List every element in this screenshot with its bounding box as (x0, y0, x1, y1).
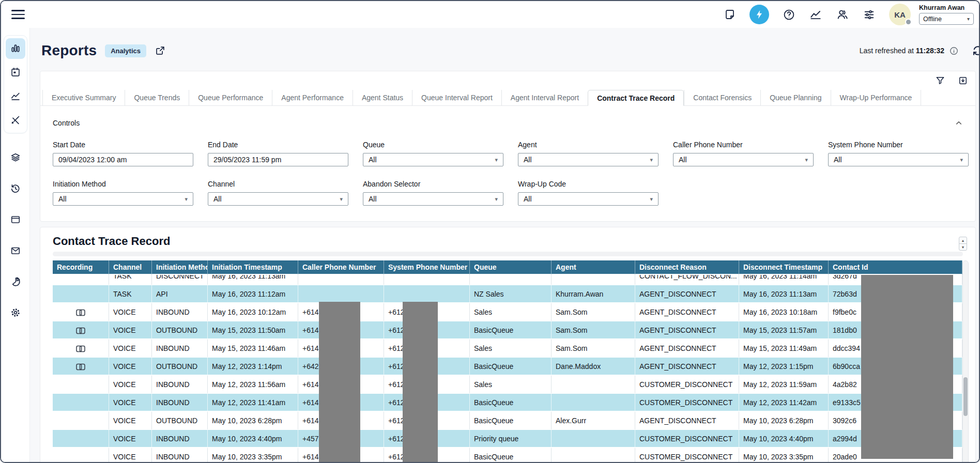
sidebar-item-pie-chart[interactable] (6, 272, 25, 291)
column-header-caller-phone-number[interactable]: Caller Phone Number (298, 260, 384, 275)
cell-queue: Sales (470, 339, 552, 358)
agent-value: All (524, 156, 532, 164)
users-icon[interactable] (836, 8, 849, 21)
wrap-up-code-select[interactable]: All▾ (518, 192, 659, 206)
cell-caller-phone-number (298, 275, 384, 285)
metrics-icon[interactable] (809, 8, 822, 21)
table-row[interactable]: VOICEOUTBOUNDMay 12, 2023 1:14pm+642+612… (53, 358, 962, 376)
column-header-system-phone-number[interactable]: System Phone Number (384, 260, 470, 275)
end-date-label: End Date (208, 141, 348, 149)
column-header-initiation-timestamp[interactable]: Initiation Timestamp (208, 260, 298, 275)
sidebar-item-customize[interactable] (6, 109, 25, 131)
tab-queue-interval-report[interactable]: Queue Interval Report (412, 90, 501, 105)
tab-queue-trends[interactable]: Queue Trends (125, 90, 189, 105)
cell-recording (53, 285, 109, 303)
column-header-disconnect-timestamp[interactable]: Disconnect Timestamp (739, 260, 829, 275)
column-header-contact-id[interactable]: Contact Id (829, 260, 962, 275)
recording-link-icon[interactable] (76, 363, 85, 371)
recording-link-icon[interactable] (76, 327, 85, 334)
controls-section: Controls Start DateEnd DateQueueAll▾Agen… (40, 113, 975, 221)
tab-queue-planning[interactable]: Queue Planning (760, 90, 830, 105)
help-icon[interactable] (783, 8, 795, 21)
controls-title: Controls (53, 119, 80, 127)
chevron-up-icon[interactable] (955, 119, 963, 127)
cell-disconnect-reason: AGENT_DISCONNECT (635, 321, 739, 339)
start-date-input[interactable] (53, 153, 193, 166)
refresh-icon[interactable] (972, 44, 980, 57)
recording-link-icon[interactable] (76, 345, 85, 352)
presence-dot (905, 19, 912, 25)
channel-select[interactable]: All▾ (208, 192, 348, 206)
table-row[interactable]: VOICEINBOUNDMay 15, 2023 11:46am+614+612… (53, 339, 962, 358)
table-row[interactable]: VOICEINBOUNDMay 16, 2023 10:12am+614+612… (53, 303, 962, 321)
column-header-queue[interactable]: Queue (470, 260, 552, 275)
table-row[interactable]: VOICEOUTBOUNDMay 10, 2023 6:28pm+614+612… (53, 412, 962, 430)
stepper-down-icon[interactable]: ▼ (959, 244, 967, 250)
tab-agent-performance[interactable]: Agent Performance (272, 90, 353, 105)
table-scroll-stepper[interactable]: ▲ ▼ (959, 237, 967, 251)
cell-channel: VOICE (109, 430, 152, 448)
sidebar-item-metrics[interactable] (6, 85, 25, 107)
cell-disconnect-reason: AGENT_DISCONNECT (635, 412, 739, 430)
scrollbar-thumb[interactable] (963, 377, 968, 416)
cell-recording (53, 339, 109, 358)
table-row[interactable]: VOICEINBOUNDMay 12, 2023 11:41am+614+612… (53, 394, 962, 412)
cell-channel: TASK (109, 275, 152, 285)
column-header-channel[interactable]: Channel (109, 260, 152, 275)
tab-wrap-up-performance[interactable]: Wrap-Up Performance (831, 90, 922, 105)
report-panel: Executive SummaryQueue TrendsQueue Perfo… (40, 71, 976, 222)
filter-icon[interactable] (935, 75, 945, 86)
sidebar-item-settings[interactable] (6, 303, 25, 322)
column-header-agent[interactable]: Agent (552, 260, 635, 275)
sidebar-item-mail[interactable] (6, 241, 25, 260)
queue-select[interactable]: All▾ (363, 153, 503, 166)
sidebar-item-window[interactable] (6, 210, 25, 229)
tab-contact-forensics[interactable]: Contact Forensics (684, 90, 760, 105)
table-row[interactable]: TASKAPIMay 16, 2023 11:12amNZ SalesKhurr… (53, 285, 962, 303)
column-header-initiation-method[interactable]: Initiation Method (152, 260, 208, 275)
table-horizontal-scrollbar[interactable] (53, 252, 963, 256)
status-select[interactable]: Offline ▾ (919, 13, 974, 25)
sidebar-item-layers[interactable] (6, 148, 25, 167)
tab-executive-summary[interactable]: Executive Summary (42, 90, 125, 105)
sidebar-item-history[interactable] (6, 179, 25, 198)
sidebar-item-reports[interactable] (6, 38, 25, 59)
last-refreshed-text: Last refreshed at 11:28:32 (860, 47, 944, 55)
abandon-selector-select[interactable]: All▾ (363, 192, 503, 206)
info-icon[interactable] (949, 46, 959, 56)
notes-icon[interactable] (724, 8, 736, 21)
end-date-input[interactable] (208, 153, 348, 166)
sidebar-item-calendar[interactable] (6, 61, 25, 84)
table-row[interactable]: VOICEOUTBOUNDMay 15, 2023 11:50am+614+61… (53, 321, 962, 339)
controls-fields: Start DateEnd DateQueueAll▾AgentAll▾Call… (53, 141, 963, 206)
agent-select[interactable]: All▾ (518, 153, 659, 166)
initiation-method-select[interactable]: All▾ (53, 192, 193, 206)
cell-caller-phone-number (298, 285, 384, 303)
hamburger-menu-icon[interactable] (11, 8, 25, 21)
table-row[interactable]: VOICEINBOUNDMay 10, 2023 3:35pm+614+612B… (53, 448, 962, 463)
external-link-icon[interactable] (155, 45, 166, 56)
caller-phone-number-select[interactable]: All▾ (673, 153, 814, 166)
table-row[interactable]: TASKDISCONNECTMay 16, 2023 11:13amCONTAC… (53, 275, 962, 285)
tab-contract-trace-record[interactable]: Contract Trace Record (588, 90, 684, 106)
table-row[interactable]: VOICEINBOUNDMay 10, 2023 4:40pm+457+612P… (53, 430, 962, 448)
cell-channel: VOICE (109, 321, 152, 339)
system-phone-number-select[interactable]: All▾ (828, 153, 969, 166)
cell-initiation-method: INBOUND (152, 430, 208, 448)
cell-disconnect-reason: CUSTOMER_DISCONNECT (635, 448, 739, 463)
tab-queue-performance[interactable]: Queue Performance (189, 90, 272, 105)
cell-disconnect-timestamp: May 10, 2023 6:28pm (739, 412, 829, 430)
flash-icon[interactable] (749, 5, 769, 24)
tab-agent-interval-report[interactable]: Agent Interval Report (501, 90, 588, 105)
column-header-disconnect-reason[interactable]: Disconnect Reason (635, 260, 739, 275)
stepper-up-icon[interactable]: ▲ (959, 237, 967, 244)
sliders-icon[interactable] (863, 8, 876, 21)
table-vertical-scrollbar[interactable] (962, 260, 969, 463)
column-header-recording[interactable]: Recording (53, 260, 109, 275)
tab-agent-status[interactable]: Agent Status (353, 90, 412, 105)
table-row[interactable]: VOICEINBOUNDMay 12, 2023 11:56am+614+612… (53, 376, 962, 394)
cell-initiation-method: INBOUND (152, 448, 208, 463)
download-icon[interactable] (958, 75, 968, 86)
cell-disconnect-timestamp: May 16, 2023 11:14am (739, 275, 829, 285)
recording-link-icon[interactable] (76, 309, 85, 316)
